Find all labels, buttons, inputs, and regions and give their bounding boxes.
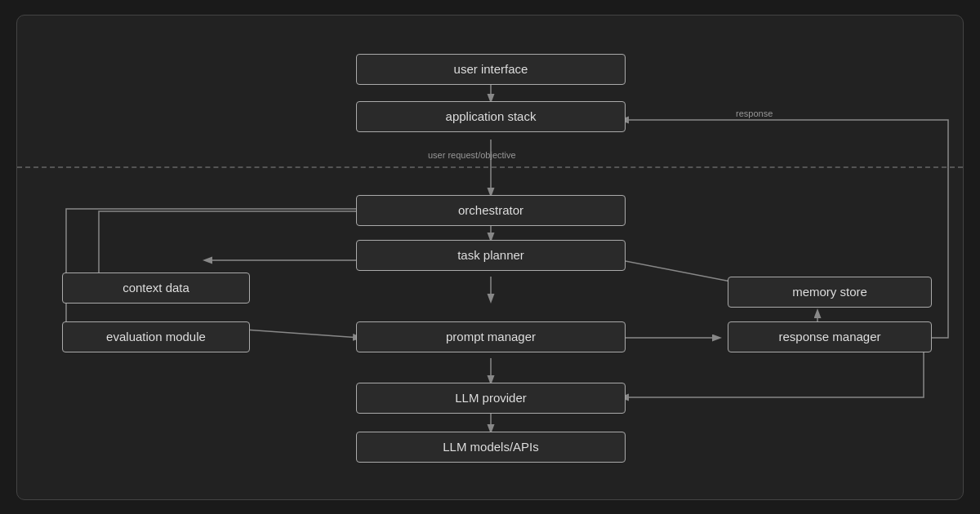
application-stack-node: application stack (356, 101, 626, 132)
dashed-separator (17, 166, 963, 168)
context-data-node: context data (62, 273, 250, 304)
task-planner-node: task planner (356, 240, 626, 271)
prompt-manager-node: prompt manager (356, 321, 626, 352)
response-manager-node: response manager (728, 321, 932, 352)
llm-models-node: LLM models/APIs (356, 432, 626, 463)
evaluation-module-node: evaluation module (62, 321, 250, 352)
user-request-label: user request/objective (428, 150, 516, 160)
response-label: response (736, 109, 773, 118)
llm-provider-node: LLM provider (356, 383, 626, 414)
diagram-container: user interface application stack user re… (16, 15, 964, 500)
memory-store-node: memory store (728, 277, 932, 308)
user-interface-node: user interface (356, 54, 626, 85)
orchestrator-node: orchestrator (356, 195, 626, 226)
